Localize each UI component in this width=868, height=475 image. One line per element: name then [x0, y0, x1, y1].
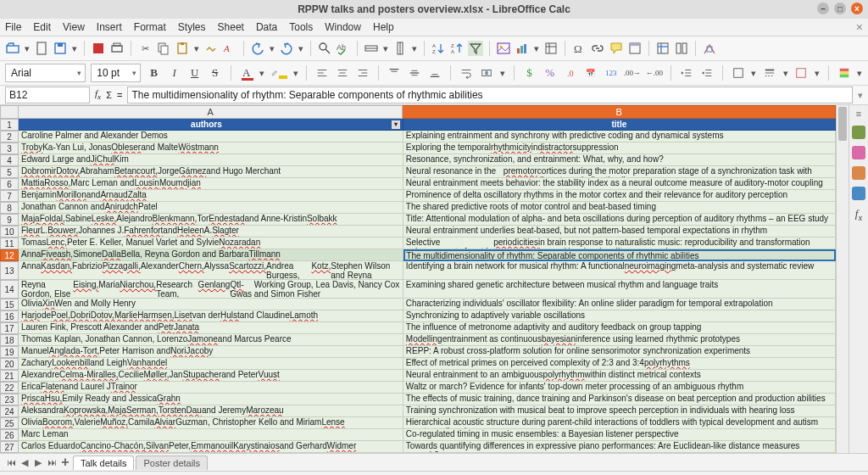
valign-top-icon[interactable] [387, 64, 402, 81]
highlight-dropdown-icon[interactable]: ▾ [292, 65, 298, 81]
cell-title[interactable]: Modelling entrainment as continuous baye… [403, 334, 836, 346]
cell-title[interactable]: Towards quantifying differences in expre… [403, 441, 836, 453]
tab-last-icon[interactable]: ⏭ [46, 457, 58, 467]
document-close-icon[interactable]: × [856, 20, 863, 34]
cell-authors[interactable]: Dobromir Dotov, Abraham Betancourt, Jorg… [19, 166, 403, 178]
date-icon[interactable]: 📅 [583, 64, 598, 81]
row-header[interactable]: 1 [0, 119, 19, 131]
column-header-A[interactable]: A [19, 105, 403, 119]
open-dropdown-icon[interactable]: ▾ [24, 41, 31, 56]
row-header[interactable]: 20 [0, 358, 19, 370]
cell-title[interactable]: Examining shared genetic architecture be… [403, 280, 836, 299]
print-icon[interactable] [109, 41, 125, 56]
bold-button[interactable]: B [146, 64, 161, 81]
valign-middle-icon[interactable] [407, 64, 422, 81]
strike-button[interactable]: S [208, 64, 223, 81]
sidebar-functions-icon[interactable]: fx [855, 207, 862, 222]
border-style-icon[interactable] [762, 64, 777, 81]
cell-authors[interactable]: Aleksandra Koprowska, Maja Serman, Torst… [19, 405, 403, 417]
cell-authors[interactable]: Alexandre Celma-Miralles, Cecilie Møller… [19, 370, 403, 382]
cell-title[interactable]: The effects of music training, dance tra… [403, 394, 836, 405]
cell-authors[interactable]: Edward Large and Ji Chul Kim [19, 154, 403, 166]
spreadsheet-grid[interactable]: A B 1 authors▾ title 2Caroline Palmer an… [0, 105, 836, 453]
row-header[interactable]: 13 [0, 261, 19, 280]
cell-authors[interactable]: Fleur L. Bouwer, Johannes J. Fahrenfort … [19, 226, 403, 238]
cell-title[interactable]: Exploring the temporal rhythmicity in di… [403, 142, 836, 154]
font-color-icon[interactable]: A [239, 64, 254, 81]
sort-asc-icon[interactable]: AZ [431, 41, 446, 56]
sheet-tab-poster-details[interactable]: Poster details [136, 455, 208, 470]
split-icon[interactable] [674, 41, 689, 56]
row-header[interactable]: 7 [0, 190, 19, 202]
row-header[interactable]: 18 [0, 334, 19, 346]
menu-file[interactable]: File [5, 21, 21, 33]
spellcheck-icon[interactable]: Ab [336, 41, 351, 56]
cell-title[interactable]: Characterizing individuals' oscillator f… [403, 299, 836, 310]
sum-icon[interactable]: Σ [106, 90, 112, 100]
row-header[interactable]: 27 [0, 441, 19, 453]
row-icon[interactable] [364, 41, 379, 56]
row-header[interactable]: 19 [0, 346, 19, 358]
cell-title[interactable]: Waltz or march? Evidence for infants' to… [403, 382, 836, 394]
undo-dropdown-icon[interactable]: ▾ [269, 41, 275, 56]
cell-authors[interactable]: Thomas Kaplan, Jonathan Cannon, Lorenzo … [19, 334, 403, 346]
row-header[interactable]: 22 [0, 382, 19, 394]
menu-tools[interactable]: Tools [289, 21, 313, 33]
cell-title[interactable]: The influence of metronome adaptivity an… [403, 322, 836, 334]
menu-edit[interactable]: Edit [33, 21, 51, 33]
cell-authors[interactable]: Mattia Rosso, Marc Leman and Lousin Moum… [19, 178, 403, 190]
open-icon[interactable] [5, 41, 20, 56]
row-header[interactable]: 24 [0, 405, 19, 417]
wrap-text-icon[interactable] [459, 64, 474, 81]
tab-prev-icon[interactable]: ◀ [19, 457, 31, 468]
headers-footers-icon[interactable] [627, 41, 643, 56]
border-color-dropdown-icon[interactable]: ▾ [814, 65, 820, 81]
cell-authors[interactable]: Benjamin Morillon and Arnaud Zalta [19, 190, 403, 202]
menu-help[interactable]: Help [373, 21, 394, 33]
row-header[interactable]: 8 [0, 202, 19, 214]
menu-view[interactable]: View [63, 21, 85, 33]
standard-icon[interactable]: 123 [604, 64, 619, 81]
align-center-icon[interactable] [335, 64, 350, 81]
merge-dropdown-icon[interactable]: ▾ [499, 65, 505, 81]
window-minimize-button[interactable]: – [817, 3, 829, 14]
row-header[interactable]: 2 [0, 131, 19, 142]
pivot-icon[interactable] [543, 41, 559, 56]
sheet-tab-talk-details[interactable]: Talk details [73, 455, 134, 470]
clear-format-icon[interactable]: A [222, 41, 237, 56]
cell-authors[interactable]: Lauren Fink, Prescott Alexander and Petr… [19, 322, 403, 334]
highlight-icon[interactable] [270, 64, 287, 81]
save-dropdown-icon[interactable]: ▾ [71, 41, 78, 56]
italic-button[interactable]: I [167, 64, 182, 81]
autofilter-icon[interactable] [468, 41, 483, 56]
menu-styles[interactable]: Styles [178, 21, 206, 33]
row-header[interactable]: 3 [0, 142, 19, 154]
find-icon[interactable] [317, 41, 332, 56]
merge-cells-icon[interactable] [479, 64, 494, 81]
formula-equals-icon[interactable]: = [117, 90, 122, 100]
font-name-combo[interactable]: Arial▾ [5, 64, 86, 82]
tab-add-icon[interactable]: + [59, 455, 71, 470]
window-maximize-button[interactable]: □ [834, 3, 846, 14]
conditional-dropdown-icon[interactable]: ▾ [857, 65, 863, 81]
save-icon[interactable] [53, 41, 68, 56]
cell-authors[interactable]: Jonathan Cannon and Anirudch Patel [19, 202, 403, 214]
cell-authors[interactable]: Anna Kasdan, Fabrizio Pizzagalli, Alexan… [19, 261, 403, 280]
cell-title[interactable]: Identifying a brain network for musical … [403, 261, 836, 280]
formula-expand-icon[interactable]: ▾ [858, 90, 863, 101]
row-header[interactable]: 12 [0, 249, 19, 261]
underline-button[interactable]: U [187, 64, 203, 81]
column-header-B[interactable]: B [403, 105, 836, 119]
menu-sheet[interactable]: Sheet [218, 21, 244, 33]
borders-icon[interactable] [731, 64, 746, 81]
cell-authors[interactable]: Harjo de Poel, Dobri Dotov, Marlie Harms… [19, 310, 403, 322]
filter-dropdown-icon[interactable]: ▾ [392, 120, 400, 129]
sidebar-styles-icon[interactable] [852, 146, 865, 159]
cell-title[interactable]: Hierarchical acoustic structure during p… [403, 417, 836, 429]
valign-bottom-icon[interactable] [427, 64, 442, 81]
cell-authors[interactable]: Anna Fiveash, Simone Dalla Bella, Reyna … [19, 249, 403, 261]
cell-authors[interactable]: Olivia Boorom, Valerie Muñoz, Camila Alv… [19, 417, 403, 429]
row-header[interactable]: 23 [0, 394, 19, 405]
header-authors[interactable]: authors▾ [19, 119, 403, 131]
border-color-icon[interactable] [793, 64, 809, 81]
